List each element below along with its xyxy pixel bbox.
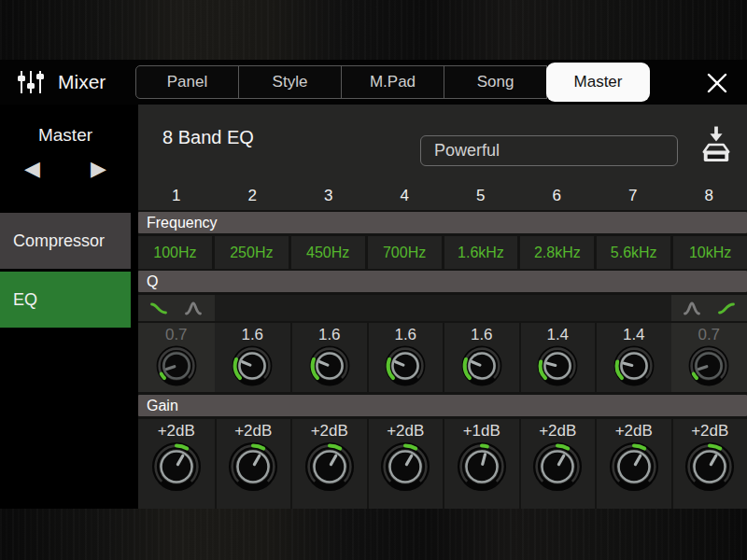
gain-knob[interactable] bbox=[531, 441, 584, 493]
gain-value: +2dB bbox=[311, 422, 348, 441]
save-button[interactable] bbox=[698, 125, 734, 164]
q-knob-cell-band1: 0.7 bbox=[138, 323, 215, 392]
q-knob-cell-band7: 1.4 bbox=[595, 323, 671, 392]
q-section-header: Q bbox=[138, 271, 747, 292]
q-value: 1.6 bbox=[241, 326, 263, 344]
mixer-screen: Mixer PanelStyleM.PadSongMaster Master ◀… bbox=[0, 0, 747, 560]
band-number: 5 bbox=[443, 182, 519, 210]
q-knob[interactable] bbox=[460, 344, 503, 387]
band-number: 7 bbox=[595, 182, 671, 210]
gain-value: +2dB bbox=[234, 422, 272, 441]
tab-master[interactable]: Master bbox=[546, 63, 650, 102]
frequency-section-header: Frequency bbox=[138, 212, 747, 233]
gain-knob-cell-band3: +2dB bbox=[290, 419, 367, 509]
frequency-value-button[interactable]: 2.8kHz bbox=[520, 236, 594, 269]
gain-value: +1dB bbox=[463, 422, 500, 441]
eq-panel: 8 Band EQ Powerful 12345678 Frequency 10… bbox=[138, 105, 747, 509]
filter-type-high-shelf-button[interactable] bbox=[712, 298, 740, 318]
band1-filter-type-cell bbox=[138, 295, 215, 321]
q-value: 1.4 bbox=[623, 326, 645, 344]
frequency-value-button[interactable]: 450Hz bbox=[291, 236, 365, 269]
save-to-disk-icon bbox=[698, 125, 734, 164]
band-number: 3 bbox=[290, 182, 367, 210]
mixer-sliders-icon bbox=[17, 68, 45, 96]
title-bar: Mixer PanelStyleM.PadSongMaster bbox=[0, 60, 747, 105]
page-title: 8 Band EQ bbox=[162, 127, 254, 148]
band-numbers-row: 12345678 bbox=[138, 182, 747, 210]
gain-knob[interactable] bbox=[303, 441, 356, 493]
part-label: Master bbox=[0, 105, 131, 146]
filter-type-low-shelf-button[interactable] bbox=[145, 298, 173, 318]
gain-value: +2dB bbox=[387, 422, 424, 441]
gain-knob-cell-band2: +2dB bbox=[215, 419, 291, 509]
filter-type-row bbox=[138, 295, 747, 321]
q-knob-cell-band4: 1.6 bbox=[367, 323, 444, 392]
background-texture-top bbox=[0, 0, 747, 60]
preset-selector[interactable]: Powerful bbox=[420, 135, 678, 166]
gain-value: +2dB bbox=[615, 422, 653, 441]
band-number: 8 bbox=[671, 182, 747, 210]
q-knob-cell-band2: 1.6 bbox=[215, 323, 291, 392]
q-knob-cell-band3: 1.6 bbox=[290, 323, 367, 392]
q-knob[interactable] bbox=[687, 344, 730, 387]
content-area: Master ◀ ▶ CompressorEQ 8 Band EQ Powerf… bbox=[0, 105, 747, 509]
tab-mpad[interactable]: M.Pad bbox=[341, 65, 444, 99]
gain-section-header: Gain bbox=[138, 395, 747, 416]
gain-knob[interactable] bbox=[684, 441, 736, 493]
frequency-value-button[interactable]: 250Hz bbox=[215, 236, 289, 269]
filter-type-middle-spacer bbox=[215, 295, 671, 321]
prev-arrow-button[interactable]: ◀ bbox=[24, 159, 40, 179]
tab-panel[interactable]: Panel bbox=[135, 65, 239, 99]
gain-knob[interactable] bbox=[227, 441, 279, 493]
close-x-icon bbox=[705, 71, 729, 95]
gain-knob-cell-band5: +1dB bbox=[443, 419, 519, 509]
tab-bar: PanelStyleM.PadSongMaster bbox=[135, 60, 650, 105]
sidebar-part-selector: Master ◀ ▶ bbox=[0, 105, 131, 210]
q-knob[interactable] bbox=[613, 344, 655, 387]
gain-knob-cell-band6: +2dB bbox=[519, 419, 596, 509]
band-number: 1 bbox=[138, 182, 215, 210]
gain-knob-cell-band1: +2dB bbox=[138, 419, 215, 509]
gain-value: +2dB bbox=[691, 422, 728, 441]
tab-song[interactable]: Song bbox=[444, 65, 547, 99]
q-knob[interactable] bbox=[308, 344, 351, 387]
gain-knob[interactable] bbox=[379, 441, 431, 493]
q-knob-cell-band6: 1.4 bbox=[519, 323, 596, 392]
filter-type-peak-button[interactable] bbox=[179, 298, 207, 318]
q-knob[interactable] bbox=[536, 344, 579, 387]
gain-value: +2dB bbox=[539, 422, 576, 441]
sidebar: Master ◀ ▶ CompressorEQ bbox=[0, 105, 131, 509]
gain-knob[interactable] bbox=[150, 441, 203, 493]
frequency-value-button[interactable]: 700Hz bbox=[368, 236, 442, 269]
tab-style[interactable]: Style bbox=[238, 65, 342, 99]
next-arrow-button[interactable]: ▶ bbox=[91, 159, 106, 179]
band-number: 6 bbox=[519, 182, 596, 210]
frequency-value-button[interactable]: 1.6kHz bbox=[444, 236, 518, 269]
frequency-values-row: 100Hz250Hz450Hz700Hz1.6kHz2.8kHz5.6kHz10… bbox=[138, 236, 747, 269]
sidebar-item-eq[interactable]: EQ bbox=[0, 272, 131, 328]
q-knob-cell-band5: 1.6 bbox=[443, 323, 519, 392]
frequency-value-button[interactable]: 10kHz bbox=[673, 236, 747, 269]
frequency-value-button[interactable]: 100Hz bbox=[138, 236, 212, 269]
band-number: 4 bbox=[367, 182, 444, 210]
q-value: 0.7 bbox=[698, 326, 720, 344]
q-knob[interactable] bbox=[231, 344, 274, 387]
q-knobs-row: 0.7 1.6 1.6 1.6 1.6 1.4 1.4 bbox=[138, 323, 747, 392]
gain-value: +2dB bbox=[158, 422, 195, 441]
gain-knob[interactable] bbox=[456, 441, 508, 493]
frequency-value-button[interactable]: 5.6kHz bbox=[597, 236, 670, 269]
q-value: 1.6 bbox=[394, 326, 416, 344]
band-number: 2 bbox=[215, 182, 291, 210]
filter-type-peak-button[interactable] bbox=[678, 298, 706, 318]
eq-header-block: 8 Band EQ Powerful 12345678 bbox=[138, 105, 747, 210]
gain-knob[interactable] bbox=[608, 441, 660, 493]
q-value: 1.6 bbox=[318, 326, 341, 344]
q-knob[interactable] bbox=[155, 344, 198, 387]
sidebar-item-compressor[interactable]: Compressor bbox=[0, 213, 131, 269]
q-value: 1.4 bbox=[546, 326, 569, 344]
q-knob[interactable] bbox=[384, 344, 427, 387]
gain-knob-cell-band7: +2dB bbox=[595, 419, 671, 509]
gain-knobs-row: +2dB +2dB +2dB +2dB +1dB +2dB +2dB bbox=[138, 419, 747, 509]
app-title: Mixer bbox=[58, 71, 106, 93]
close-button[interactable] bbox=[704, 70, 730, 96]
